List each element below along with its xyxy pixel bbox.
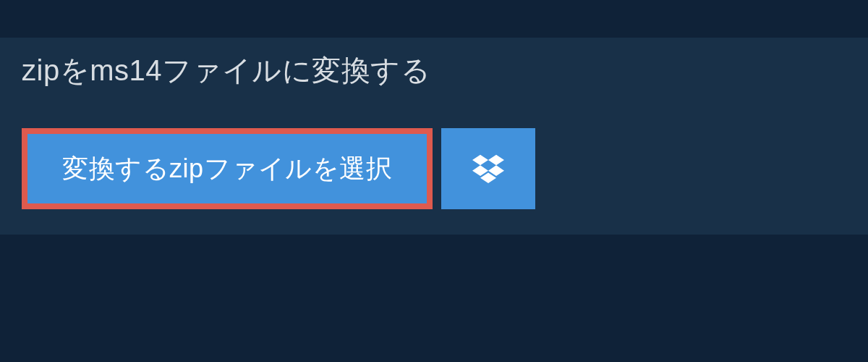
- select-file-button[interactable]: 変換するzipファイルを選択: [22, 128, 433, 209]
- button-row: 変換するzipファイルを選択: [0, 106, 868, 235]
- dropbox-button[interactable]: [441, 128, 535, 209]
- page-title: zipをms14ファイルに変換する: [22, 51, 430, 90]
- conversion-panel: zipをms14ファイルに変換する 変換するzipファイルを選択: [0, 38, 868, 235]
- select-file-button-label: 変換するzipファイルを選択: [62, 156, 392, 182]
- heading-wrap: zipをms14ファイルに変換する: [0, 38, 452, 106]
- dropbox-icon: [472, 152, 504, 186]
